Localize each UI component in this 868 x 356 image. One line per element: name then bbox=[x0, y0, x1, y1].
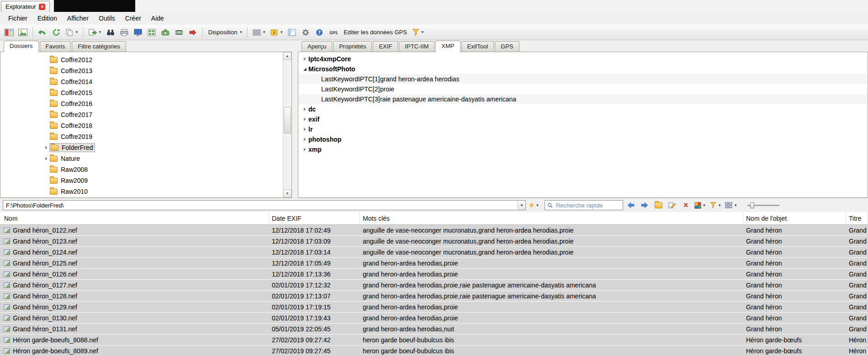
export-icon[interactable]: ▼ bbox=[87, 26, 103, 39]
xmp-node-dc[interactable]: dc bbox=[298, 104, 868, 114]
filter-icon[interactable]: ▼ bbox=[709, 199, 722, 211]
folder-item-coffre2015[interactable]: Coffre2015 bbox=[0, 87, 291, 98]
table-row[interactable]: Grand héron_0125.nef 12/12/2018 17:05:49… bbox=[0, 258, 868, 269]
folder-item-raw2009[interactable]: Raw2009 bbox=[0, 175, 291, 186]
settings-gear-icon[interactable] bbox=[299, 26, 312, 39]
column-header-date-exif[interactable]: Date EXIF bbox=[269, 212, 360, 224]
table-row[interactable]: Grand héron_0126.nef 12/12/2018 17:13:36… bbox=[0, 269, 868, 280]
new-folder-icon[interactable] bbox=[652, 199, 664, 211]
delete-icon[interactable]: × bbox=[680, 199, 692, 211]
column-header-mots-cles[interactable]: Mots clés bbox=[360, 212, 743, 224]
tab-dossiers[interactable]: Dossiers bbox=[4, 41, 39, 52]
xmp-keyword-row[interactable]: LastKeywordIPTC[3] raie pastenague ameri… bbox=[298, 94, 868, 104]
tab-gps[interactable]: GPS bbox=[495, 41, 519, 52]
expand-arrow-icon[interactable] bbox=[42, 146, 50, 149]
gps-icon[interactable]: GPS bbox=[327, 26, 340, 39]
tab-iptc-iim[interactable]: IPTC-IIM bbox=[399, 41, 434, 52]
xmp-keyword-row[interactable]: LastKeywordIPTC[2] proie bbox=[298, 84, 868, 94]
xmp-node-photoshop[interactable]: photoshop bbox=[298, 134, 868, 144]
batch-convert-icon[interactable] bbox=[186, 26, 199, 39]
favorites-star-icon[interactable]: ★▼ bbox=[528, 199, 540, 211]
tab-xmp[interactable]: XMP bbox=[435, 41, 460, 52]
tab-exiftool[interactable]: ExifTool bbox=[461, 41, 494, 52]
scrollbar-thumb[interactable] bbox=[284, 107, 291, 133]
folder-item-coffre2013[interactable]: Coffre2013 bbox=[0, 65, 291, 76]
table-row[interactable]: Grand héron_0129.nef 02/01/2019 17:19:15… bbox=[0, 302, 868, 313]
menu-fichier[interactable]: Fichier bbox=[4, 13, 32, 24]
print-icon[interactable] bbox=[118, 26, 131, 39]
expand-arrow-icon[interactable] bbox=[301, 138, 308, 141]
menu-outils[interactable]: Outils bbox=[94, 13, 120, 24]
close-tab-icon[interactable]: × bbox=[39, 4, 45, 10]
nav-forward-icon[interactable] bbox=[639, 199, 651, 211]
menu-creer[interactable]: Créer bbox=[121, 13, 146, 24]
view-mode-icon[interactable]: ▼ bbox=[724, 199, 738, 211]
folder-item-nature[interactable]: Nature bbox=[0, 153, 291, 164]
folder-item-coffre2019[interactable]: Coffre2019 bbox=[0, 131, 291, 142]
column-header-nom[interactable]: Nom bbox=[0, 212, 269, 224]
menu-afficher[interactable]: Afficher bbox=[63, 13, 93, 24]
path-input[interactable] bbox=[3, 200, 526, 210]
edit-metadata-icon[interactable] bbox=[666, 199, 678, 211]
slider-handle[interactable] bbox=[750, 202, 754, 208]
layout-panes-icon[interactable] bbox=[286, 26, 298, 39]
folder-item-coffre2017[interactable]: Coffre2017 bbox=[0, 109, 291, 120]
expand-arrow-icon[interactable] bbox=[301, 57, 308, 61]
find-icon[interactable] bbox=[104, 26, 117, 39]
expand-arrow-icon[interactable] bbox=[301, 107, 308, 111]
tab-favoris[interactable]: Favoris bbox=[40, 41, 71, 52]
table-row[interactable]: Grand héron_0130.nef 02/01/2019 17:19:43… bbox=[0, 313, 868, 324]
expand-arrow-icon[interactable] bbox=[301, 117, 308, 121]
xmp-node-exif[interactable]: exif bbox=[298, 114, 868, 124]
folder-item-folderfred[interactable]: FolderFred bbox=[0, 142, 291, 153]
scroll-down-icon[interactable]: ▼ bbox=[283, 190, 291, 197]
refresh-icon[interactable] bbox=[50, 26, 63, 39]
folder-item-raw2008[interactable]: Raw2008 bbox=[0, 164, 291, 175]
disposition-button[interactable]: Disposition ▼ bbox=[206, 26, 244, 39]
label-info-icon[interactable]: i ▼ bbox=[268, 26, 285, 39]
slideshow-icon[interactable] bbox=[132, 26, 144, 39]
folder-item-coffre2012[interactable]: Coffre2012 bbox=[0, 54, 291, 65]
tab-filtre-categories[interactable]: Filtre catégories bbox=[72, 41, 126, 52]
viewer-icon[interactable] bbox=[16, 26, 29, 39]
xmp-node-lr[interactable]: lr bbox=[298, 124, 868, 134]
table-row[interactable]: Grand héron_0131.nef 05/01/2019 22:05:45… bbox=[0, 324, 868, 335]
column-header-titre[interactable]: Titre bbox=[846, 212, 868, 224]
table-row[interactable]: Grand héron_0122.nef 12/12/2018 17:02:49… bbox=[0, 225, 868, 236]
gps-edit-button[interactable]: Editer les données GPS bbox=[341, 26, 409, 39]
folder-item-raw2010[interactable]: Raw2010 bbox=[0, 186, 291, 197]
expand-arrow-icon[interactable] bbox=[301, 128, 308, 131]
table-row[interactable]: Grand héron_0128.nef 02/01/2019 17:13:07… bbox=[0, 291, 868, 302]
folder-item-coffre2014[interactable]: Coffre2014 bbox=[0, 76, 291, 87]
help-icon[interactable]: ? bbox=[313, 26, 326, 39]
thumbnail-size-slider[interactable] bbox=[747, 205, 779, 206]
table-row[interactable]: Héron garde-boeufs_8089.nef 27/02/2019 0… bbox=[0, 345, 868, 356]
folder-item-coffre2016[interactable]: Coffre2016 bbox=[0, 98, 291, 109]
tab-exif[interactable]: EXIF bbox=[373, 41, 398, 52]
browser-icon[interactable] bbox=[3, 26, 16, 39]
xmp-node-xmp[interactable]: xmp bbox=[298, 144, 868, 154]
copy-icon[interactable]: ▼ bbox=[64, 26, 80, 39]
path-dropdown-icon[interactable]: ▼ bbox=[518, 201, 525, 210]
table-row[interactable]: Héron garde-boeufs_8088.nef 27/02/2019 0… bbox=[0, 335, 868, 345]
color-label-icon[interactable]: ▼ bbox=[693, 199, 707, 211]
tab-apercu[interactable]: Aperçu bbox=[302, 41, 332, 52]
folder-item-coffre2018[interactable]: Coffre2018 bbox=[0, 120, 291, 131]
xmp-node-microsoftphoto[interactable]: MicrosoftPhoto bbox=[298, 64, 868, 74]
menu-aide[interactable]: Aide bbox=[147, 13, 169, 24]
column-header-nom-objet[interactable]: Nom de l'objet bbox=[743, 212, 846, 224]
xmp-node-iptc4xmpcore[interactable]: Iptc4xmpCore bbox=[298, 54, 868, 64]
folder-tree-scrollbar[interactable]: ▲ ▼ bbox=[283, 52, 291, 197]
highlight-filter-icon[interactable]: ▼ bbox=[410, 26, 426, 39]
menu-edition[interactable]: Edition bbox=[33, 13, 62, 24]
table-row[interactable]: Grand héron_0124.nef 12/12/2018 17:03:14… bbox=[0, 247, 868, 258]
thumbnail-view-icon[interactable]: ▼ bbox=[251, 26, 267, 39]
back-icon[interactable] bbox=[36, 26, 49, 39]
tab-explorateur[interactable]: Explorateur × bbox=[1, 1, 50, 12]
expand-arrow-icon[interactable] bbox=[42, 157, 50, 160]
expand-arrow-icon[interactable] bbox=[301, 148, 308, 151]
collapse-arrow-icon[interactable] bbox=[301, 68, 308, 71]
tab-proprietes[interactable]: Propriétés bbox=[333, 41, 372, 52]
scroll-up-icon[interactable]: ▲ bbox=[283, 52, 291, 60]
search-input[interactable] bbox=[555, 202, 620, 209]
